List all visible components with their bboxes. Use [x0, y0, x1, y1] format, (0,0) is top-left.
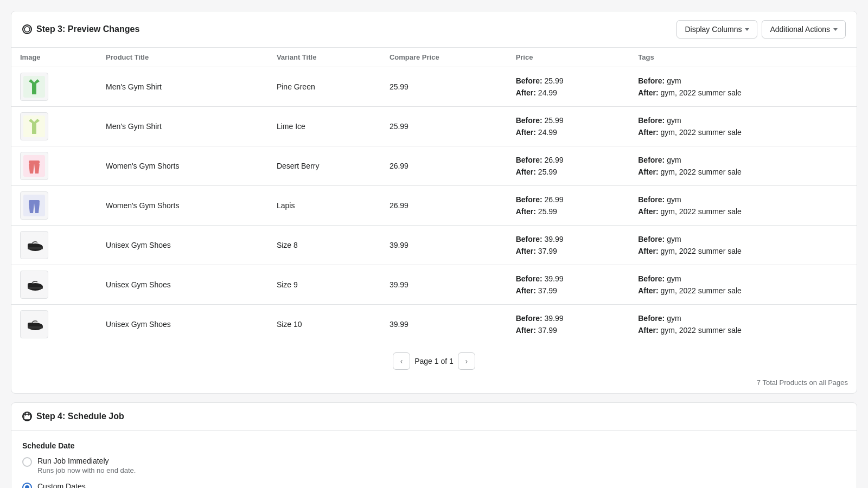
product-image	[20, 73, 48, 101]
tags-cell: Before: gym After: gym, 2022 summer sale	[629, 265, 857, 305]
compare-price-cell: 26.99	[381, 146, 507, 186]
step4-title: Step 4: Schedule Job	[22, 412, 124, 421]
product-title-cell: Unisex Gym Shoes	[97, 305, 268, 344]
svg-rect-9	[23, 195, 45, 216]
tags-after: After: gym, 2022 summer sale	[638, 206, 848, 217]
price-cell: Before: 26.99 After: 25.99	[507, 146, 630, 186]
compare-price-cell: 25.99	[381, 107, 507, 146]
schedule-date-label: Schedule Date	[22, 441, 846, 450]
tags-after: After: gym, 2022 summer sale	[638, 245, 848, 257]
product-title-cell: Women's Gym Shorts	[97, 186, 268, 226]
run-immediately-label: Run Job Immediately	[37, 457, 136, 465]
price-before: Before: 25.99	[516, 75, 621, 87]
svg-point-0	[24, 27, 30, 32]
tags-before: Before: gym	[638, 114, 848, 126]
option-custom-dates: Custom Dates Choose custom start and end…	[22, 482, 846, 488]
svg-rect-24	[28, 326, 43, 329]
table-row: Women's Gym Shorts Lapis 26.99 Before: 2…	[11, 186, 857, 226]
chevron-down-icon	[745, 28, 749, 31]
additional-actions-button[interactable]: Additional Actions	[762, 20, 846, 38]
svg-rect-5	[23, 155, 45, 177]
col-product-title: Product Title	[97, 48, 268, 67]
tags-cell: Before: gym After: gym, 2022 summer sale	[629, 186, 857, 226]
price-cell: Before: 26.99 After: 25.99	[507, 186, 630, 226]
product-title-cell: Men's Gym Shirt	[97, 67, 268, 107]
price-after: After: 24.99	[516, 87, 621, 99]
compare-price-cell: 39.99	[381, 305, 507, 344]
page-info: Page 1 of 1	[414, 357, 454, 365]
tags-before: Before: gym	[638, 273, 848, 285]
col-compare-price: Compare Price	[381, 48, 507, 67]
option-custom-dates-text: Custom Dates Choose custom start and end…	[37, 482, 198, 488]
step4-card: Step 4: Schedule Job Schedule Date Run J…	[11, 402, 857, 488]
tags-cell: Before: gym After: gym, 2022 summer sale	[629, 226, 857, 265]
tags-cell: Before: gym After: gym, 2022 summer sale	[629, 305, 857, 344]
tags-cell: Before: gym After: gym, 2022 summer sale	[629, 146, 857, 186]
price-before: Before: 39.99	[516, 312, 621, 324]
table-row: Women's Gym Shorts Desert Berry 26.99 Be…	[11, 146, 857, 186]
variant-title-cell: Size 9	[268, 265, 381, 305]
custom-dates-label: Custom Dates	[37, 482, 198, 488]
step3-title-text: Step 3: Preview Changes	[36, 24, 139, 34]
product-title-cell: Men's Gym Shirt	[97, 107, 268, 146]
price-before: Before: 39.99	[516, 273, 621, 285]
radio-custom-dates[interactable]	[22, 483, 32, 488]
step4-body: Schedule Date Run Job Immediately Runs j…	[11, 431, 857, 488]
tags-before: Before: gym	[638, 194, 848, 206]
tags-before: Before: gym	[638, 154, 848, 166]
next-page-button[interactable]: ›	[458, 352, 475, 370]
run-immediately-desc: Runs job now with no end date.	[37, 466, 136, 474]
col-image: Image	[11, 48, 97, 67]
compare-price-cell: 39.99	[381, 265, 507, 305]
step4-icon	[22, 412, 32, 421]
price-after: After: 25.99	[516, 166, 621, 178]
col-price: Price	[507, 48, 630, 67]
step3-card: Step 3: Preview Changes Display Columns …	[11, 11, 857, 394]
variant-title-cell: Pine Green	[268, 67, 381, 107]
product-image	[20, 310, 48, 338]
table-row: Unisex Gym Shoes Size 8 39.99 Before: 39…	[11, 226, 857, 265]
variant-title-cell: Lime Ice	[268, 107, 381, 146]
price-cell: Before: 39.99 After: 37.99	[507, 265, 630, 305]
price-cell: Before: 25.99 After: 24.99	[507, 67, 630, 107]
product-image	[20, 152, 48, 180]
step3-header: Step 3: Preview Changes Display Columns …	[11, 11, 857, 48]
price-after: After: 37.99	[516, 285, 621, 297]
price-after: After: 24.99	[516, 126, 621, 138]
pagination: ‹ Page 1 of 1 ›	[11, 344, 857, 378]
table-row: Unisex Gym Shoes Size 9 39.99 Before: 39…	[11, 265, 857, 305]
product-image	[20, 271, 48, 299]
compare-price-cell: 25.99	[381, 67, 507, 107]
table-body: Men's Gym Shirt Pine Green 25.99 Before:…	[11, 67, 857, 344]
variant-title-cell: Size 10	[268, 305, 381, 344]
tags-after: After: gym, 2022 summer sale	[638, 87, 848, 99]
display-columns-label: Display Columns	[685, 25, 742, 34]
tags-after: After: gym, 2022 summer sale	[638, 324, 848, 336]
header-actions: Display Columns Additional Actions	[676, 20, 846, 38]
svg-rect-10	[29, 200, 40, 203]
option-run-immediately-text: Run Job Immediately Runs job now with no…	[37, 457, 136, 474]
step4-title-text: Step 4: Schedule Job	[36, 412, 124, 421]
radio-run-immediately[interactable]	[22, 457, 32, 467]
additional-actions-label: Additional Actions	[770, 25, 830, 34]
preview-table: Image Product Title Variant Title Compar…	[11, 48, 857, 344]
prev-page-button[interactable]: ‹	[393, 352, 410, 370]
display-columns-button[interactable]: Display Columns	[676, 20, 757, 38]
tags-after: After: gym, 2022 summer sale	[638, 166, 848, 178]
tags-cell: Before: gym After: gym, 2022 summer sale	[629, 67, 857, 107]
svg-rect-16	[28, 247, 43, 249]
price-after: After: 37.99	[516, 245, 621, 257]
table-header: Image Product Title Variant Title Compar…	[11, 48, 857, 67]
price-cell: Before: 25.99 After: 24.99	[507, 107, 630, 146]
table-row: Men's Gym Shirt Lime Ice 25.99 Before: 2…	[11, 107, 857, 146]
step4-header: Step 4: Schedule Job	[11, 403, 857, 431]
option-run-immediately: Run Job Immediately Runs job now with no…	[22, 457, 846, 474]
tags-cell: Before: gym After: gym, 2022 summer sale	[629, 107, 857, 146]
product-title-cell: Unisex Gym Shoes	[97, 265, 268, 305]
table-row: Men's Gym Shirt Pine Green 25.99 Before:…	[11, 67, 857, 107]
price-before: Before: 26.99	[516, 194, 621, 206]
product-image	[20, 112, 48, 140]
product-image	[20, 231, 48, 259]
table-row: Unisex Gym Shoes Size 10 39.99 Before: 3…	[11, 305, 857, 344]
variant-title-cell: Lapis	[268, 186, 381, 226]
